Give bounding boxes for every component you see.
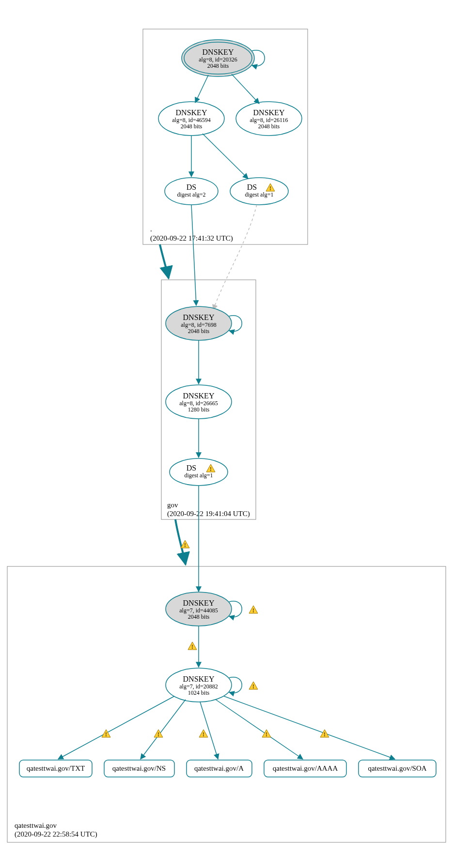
node-root-ksk[interactable]: DNSKEY alg=8, id=20326 2048 bits xyxy=(182,40,254,76)
edge-rootzsk-ds1 xyxy=(203,134,248,179)
rr-aaaa[interactable]: qatesttwai.gov/AAAA xyxy=(264,760,346,777)
svg-text:2048 bits: 2048 bits xyxy=(258,123,280,130)
svg-text:DNSKEY: DNSKEY xyxy=(183,599,215,607)
dnssec-graph: ! . (2020-09-22 17:41:32 UTC) DNSKEY alg… xyxy=(0,0,453,868)
rr-soa[interactable]: qatesttwai.gov/SOA xyxy=(359,760,436,777)
svg-text:alg=8, id=26665: alg=8, id=26665 xyxy=(179,400,218,407)
zone-gov-ts: (2020-09-22 19:41:04 UTC) xyxy=(167,510,250,518)
svg-text:alg=8, id=20326: alg=8, id=20326 xyxy=(199,56,237,63)
node-target-zsk[interactable]: DNSKEY alg=7, id=20882 1024 bits xyxy=(166,668,232,702)
edge-ds1-govksk-dashed xyxy=(213,205,257,310)
svg-text:2048 bits: 2048 bits xyxy=(181,123,203,130)
svg-text:DNSKEY: DNSKEY xyxy=(203,48,234,56)
svg-text:alg=8, id=46594: alg=8, id=46594 xyxy=(172,117,211,123)
node-gov-ksk[interactable]: DNSKEY alg=8, id=7698 2048 bits xyxy=(166,306,232,340)
svg-text:digest alg=1: digest alg=1 xyxy=(184,472,213,479)
svg-text:alg=8, id=7698: alg=8, id=7698 xyxy=(181,321,217,328)
zone-root-label: . xyxy=(150,225,152,233)
warning-icon xyxy=(249,606,258,614)
warning-icon xyxy=(102,730,110,738)
rr-txt[interactable]: qatesttwai.gov/TXT xyxy=(19,760,92,777)
warning-icon xyxy=(188,642,197,650)
edge-root-gov-delegation xyxy=(160,244,169,278)
svg-text:digest alg=1: digest alg=1 xyxy=(245,191,273,198)
warning-icon xyxy=(320,730,329,738)
svg-text:1280 bits: 1280 bits xyxy=(188,406,210,413)
warning-icon xyxy=(249,682,258,690)
svg-text:1024 bits: 1024 bits xyxy=(188,689,210,696)
svg-text:DNSKEY: DNSKEY xyxy=(183,313,215,321)
node-target-ksk[interactable]: DNSKEY alg=7, id=44085 2048 bits xyxy=(166,592,232,626)
svg-text:DNSKEY: DNSKEY xyxy=(176,108,207,117)
edge-zsk-ns xyxy=(141,700,186,759)
zone-gov-label: gov xyxy=(167,501,178,509)
svg-text:alg=7, id=20882: alg=7, id=20882 xyxy=(179,683,218,690)
svg-text:DS: DS xyxy=(187,183,196,191)
svg-text:qatesttwai.gov/SOA: qatesttwai.gov/SOA xyxy=(368,764,426,772)
svg-text:qatesttwai.gov/TXT: qatesttwai.gov/TXT xyxy=(27,764,85,772)
svg-text:DNSKEY: DNSKEY xyxy=(183,392,215,400)
warning-icon xyxy=(199,730,208,738)
zone-root-ts: (2020-09-22 17:41:32 UTC) xyxy=(150,234,233,243)
node-root-ds2[interactable]: DS digest alg=2 xyxy=(165,178,218,205)
edge-rootksk-standby xyxy=(232,74,259,104)
rr-ns[interactable]: qatesttwai.gov/NS xyxy=(104,760,174,777)
svg-text:DNSKEY: DNSKEY xyxy=(253,108,285,117)
edge-zsk-txt xyxy=(58,696,174,759)
node-root-ds1[interactable]: DS digest alg=1 xyxy=(230,178,288,205)
svg-text:alg=8, id=26116: alg=8, id=26116 xyxy=(250,117,288,123)
rr-a[interactable]: qatesttwai.gov/A xyxy=(187,760,252,777)
svg-text:digest alg=2: digest alg=2 xyxy=(177,191,205,198)
edge-rootksk-zsk xyxy=(195,75,208,103)
svg-text:DNSKEY: DNSKEY xyxy=(183,675,215,683)
svg-text:qatesttwai.gov/AAAA: qatesttwai.gov/AAAA xyxy=(273,764,338,772)
node-root-zsk[interactable]: DNSKEY alg=8, id=46594 2048 bits xyxy=(158,102,224,136)
node-gov-ds[interactable]: DS digest alg=1 xyxy=(170,458,228,486)
warning-icon xyxy=(262,730,271,738)
svg-text:qatesttwai.gov/A: qatesttwai.gov/A xyxy=(194,764,244,772)
edge-zsk-soa xyxy=(224,696,395,759)
zone-target-ts: (2020-09-22 22:58:54 UTC) xyxy=(15,830,97,838)
svg-text:DS: DS xyxy=(187,464,196,472)
svg-text:2048 bits: 2048 bits xyxy=(207,62,229,69)
svg-text:qatesttwai.gov/NS: qatesttwai.gov/NS xyxy=(112,764,166,772)
node-root-standby[interactable]: DNSKEY alg=8, id=26116 2048 bits xyxy=(236,102,302,136)
warning-icon xyxy=(181,540,189,548)
svg-text:2048 bits: 2048 bits xyxy=(188,328,210,335)
edge-zsk-aaaa xyxy=(216,700,303,759)
node-gov-zsk[interactable]: DNSKEY alg=8, id=26665 1280 bits xyxy=(166,385,232,419)
svg-text:alg=7, id=44085: alg=7, id=44085 xyxy=(179,607,218,614)
svg-text:DS: DS xyxy=(247,183,257,191)
svg-text:2048 bits: 2048 bits xyxy=(188,613,210,620)
edge-ds2-govksk xyxy=(191,205,196,305)
zone-target-label: qatesttwai.gov xyxy=(15,822,57,829)
